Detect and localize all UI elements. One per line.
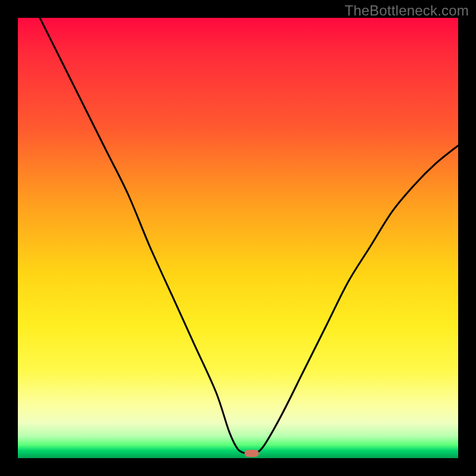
plot-area xyxy=(18,18,458,458)
curve-path xyxy=(40,18,458,456)
bottleneck-curve xyxy=(18,18,458,458)
watermark-text: TheBottleneck.com xyxy=(345,2,469,19)
chart-frame: TheBottleneck.com xyxy=(0,0,476,476)
minimum-marker xyxy=(245,450,259,457)
